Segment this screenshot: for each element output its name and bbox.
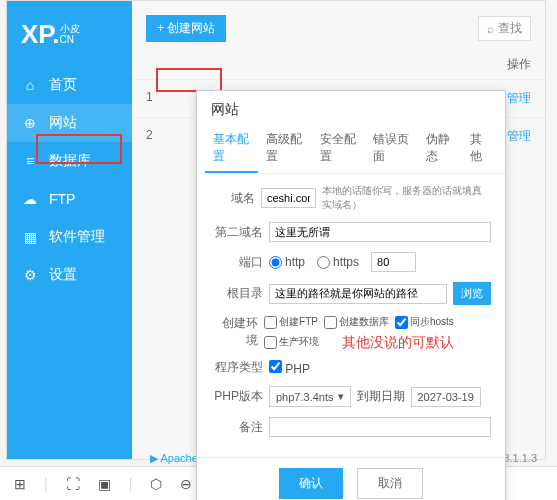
ftp-icon: ☁ bbox=[21, 190, 39, 208]
sidebar-item-label: 首页 bbox=[49, 76, 77, 94]
sync-hosts-checkbox[interactable]: 同步hosts bbox=[395, 315, 454, 329]
gear-icon: ⚙ bbox=[21, 266, 39, 284]
prod-env-checkbox[interactable]: 生产环境 bbox=[264, 335, 319, 349]
domain-hint: 本地的话随你写，服务器的话就填真实域名） bbox=[322, 184, 491, 212]
sidebar-item-software[interactable]: ▦软件管理 bbox=[7, 218, 132, 256]
domain-label: 域名 bbox=[211, 190, 255, 207]
tab-error[interactable]: 错误页面 bbox=[365, 125, 418, 173]
sidebar-item-ftp[interactable]: ☁FTP bbox=[7, 180, 132, 218]
expand-icon[interactable]: ⛶ bbox=[66, 476, 80, 492]
sidebar-item-database[interactable]: ≡数据库 bbox=[7, 142, 132, 180]
logo: XP.小皮CN bbox=[7, 9, 132, 66]
phpver-select[interactable]: php7.3.4nts▾ bbox=[269, 386, 351, 407]
confirm-button[interactable]: 确认 bbox=[279, 468, 343, 499]
phpver-label: PHP版本 bbox=[211, 388, 263, 405]
website-dialog: 网站 基本配置 高级配置 安全配置 错误页面 伪静态 其他 域名 本地的话随你写… bbox=[196, 90, 506, 500]
manage-link[interactable]: 管理 bbox=[507, 128, 531, 145]
port-input[interactable] bbox=[371, 252, 416, 272]
php-checkbox[interactable]: PHP bbox=[269, 360, 310, 376]
remark-input[interactable] bbox=[269, 417, 491, 437]
chevron-down-icon: ▾ bbox=[338, 390, 344, 403]
domain2-input[interactable] bbox=[269, 222, 491, 242]
sidebar-item-home[interactable]: ⌂首页 bbox=[7, 66, 132, 104]
http-radio[interactable]: http bbox=[269, 255, 305, 269]
dialog-title: 网站 bbox=[197, 91, 505, 125]
fit-icon[interactable]: ▣ bbox=[98, 476, 111, 492]
remark-label: 备注 bbox=[211, 419, 263, 436]
sidebar-item-label: 设置 bbox=[49, 266, 77, 284]
browse-button[interactable]: 浏览 bbox=[453, 282, 491, 305]
logo-main: XP. bbox=[21, 19, 60, 49]
expire-date[interactable]: 2027-03-19 bbox=[411, 387, 481, 407]
create-ftp-checkbox[interactable]: 创建FTP bbox=[264, 315, 318, 329]
manage-link[interactable]: 管理 bbox=[507, 90, 531, 107]
type-label: 程序类型 bbox=[211, 359, 263, 376]
home-icon: ⌂ bbox=[21, 76, 39, 94]
root-label: 根目录 bbox=[211, 285, 263, 302]
list-header-action: 操作 bbox=[132, 50, 545, 79]
sidebar-item-label: 网站 bbox=[49, 114, 77, 132]
sidebar-item-label: FTP bbox=[49, 191, 75, 207]
domain2-label: 第二域名 bbox=[211, 224, 263, 241]
zoom-out-icon[interactable]: ⊖ bbox=[180, 476, 192, 492]
grid-icon[interactable]: ⊞ bbox=[14, 476, 26, 492]
sidebar-item-label: 软件管理 bbox=[49, 228, 105, 246]
sidebar-item-settings[interactable]: ⚙设置 bbox=[7, 256, 132, 294]
tab-rewrite[interactable]: 伪静态 bbox=[418, 125, 462, 173]
domain-input[interactable] bbox=[261, 188, 316, 208]
hex-icon[interactable]: ⬡ bbox=[150, 476, 162, 492]
create-website-button[interactable]: + 创建网站 bbox=[146, 15, 226, 42]
https-radio[interactable]: https bbox=[317, 255, 359, 269]
apps-icon: ▦ bbox=[21, 228, 39, 246]
sidebar-item-label: 数据库 bbox=[49, 152, 91, 170]
cancel-button[interactable]: 取消 bbox=[357, 468, 423, 499]
search-icon: ⌕ bbox=[487, 22, 494, 36]
tab-basic[interactable]: 基本配置 bbox=[205, 125, 258, 173]
annotation-note: 其他没说的可默认 bbox=[342, 334, 454, 352]
root-input[interactable] bbox=[269, 284, 447, 304]
create-db-checkbox[interactable]: 创建数据库 bbox=[324, 315, 389, 329]
sidebar-item-website[interactable]: ⊕网站 bbox=[7, 104, 132, 142]
search-box[interactable]: ⌕ 查找 bbox=[478, 16, 531, 41]
sidebar: XP.小皮CN ⌂首页 ⊕网站 ≡数据库 ☁FTP ▦软件管理 ⚙设置 bbox=[7, 1, 132, 459]
database-icon: ≡ bbox=[21, 152, 39, 170]
tab-other[interactable]: 其他 bbox=[462, 125, 497, 173]
port-label: 端口 bbox=[211, 254, 263, 271]
tab-security[interactable]: 安全配置 bbox=[312, 125, 365, 173]
dialog-tabs: 基本配置 高级配置 安全配置 错误页面 伪静态 其他 bbox=[197, 125, 505, 174]
search-label: 查找 bbox=[498, 20, 522, 37]
globe-icon: ⊕ bbox=[21, 114, 39, 132]
env-label: 创建环境 bbox=[211, 315, 258, 349]
tab-advanced[interactable]: 高级配置 bbox=[258, 125, 311, 173]
expire-label: 到期日期 bbox=[357, 388, 405, 405]
